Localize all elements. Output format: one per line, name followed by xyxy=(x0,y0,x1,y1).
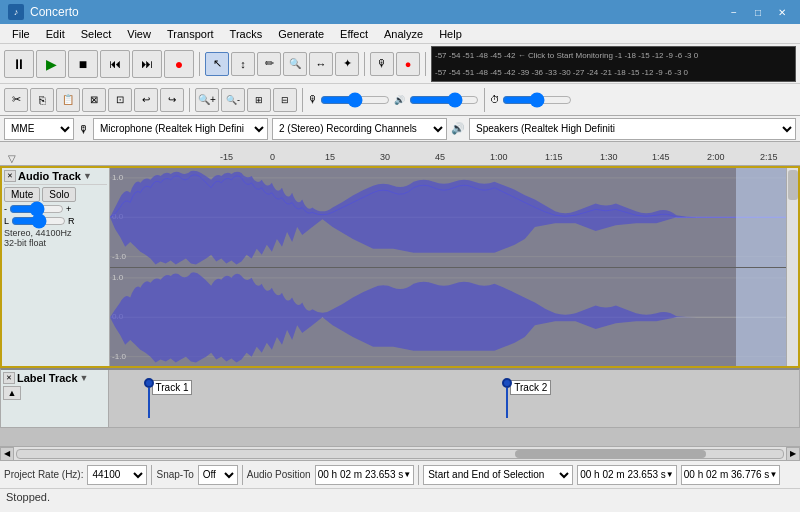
audio-pos-stepper[interactable]: ▼ xyxy=(403,470,411,479)
minimize-button[interactable]: − xyxy=(724,4,744,20)
ruler-mark-0: 0 xyxy=(270,152,275,162)
selection-start-field[interactable]: 00 h 02 m 23.653 s ▼ xyxy=(577,465,677,485)
cut-button[interactable]: ✂ xyxy=(4,88,28,112)
zoom-out-button[interactable]: 🔍- xyxy=(221,88,245,112)
toolbar-row2: ✂ ⎘ 📋 ⊠ ⊡ ↩ ↪ 🔍+ 🔍- ⊞ ⊟ 🎙 🔊 ⏱ xyxy=(0,84,800,116)
toolbar-sep4 xyxy=(189,88,190,112)
label-line-1 xyxy=(148,388,150,418)
solo-button[interactable]: Solo xyxy=(42,187,76,202)
channel-top: 1.0 0.0 -1.0 xyxy=(110,168,798,268)
menu-file[interactable]: File xyxy=(4,24,38,44)
audio-position-field[interactable]: 00 h 02 m 23.653 s ▼ xyxy=(315,465,415,485)
snap-to-select[interactable]: Off xyxy=(198,465,238,485)
sel-start-stepper[interactable]: ▼ xyxy=(666,470,674,479)
h-scroll-thumb[interactable] xyxy=(515,450,707,458)
zoom-tool-button[interactable]: 🔍 xyxy=(283,52,307,76)
menu-analyze[interactable]: Analyze xyxy=(376,24,431,44)
maximize-button[interactable]: □ xyxy=(748,4,768,20)
menu-generate[interactable]: Generate xyxy=(270,24,332,44)
audio-track-close[interactable]: ✕ xyxy=(4,170,16,182)
project-rate-label: Project Rate (Hz): xyxy=(4,469,83,480)
select-tool-button[interactable]: ↖ xyxy=(205,52,229,76)
ruler-mark-115: 1:15 xyxy=(545,152,563,162)
mute-button[interactable]: Mute xyxy=(4,187,40,202)
label-marker-1: Track 1 xyxy=(144,378,154,418)
paste-button[interactable]: 📋 xyxy=(56,88,80,112)
label-marker-2: Track 2 xyxy=(502,378,512,418)
selection-end-field[interactable]: 00 h 02 m 36.776 s ▼ xyxy=(681,465,781,485)
zoom-sel-button[interactable]: ⊞ xyxy=(247,88,271,112)
sel-end-stepper[interactable]: ▼ xyxy=(769,470,777,479)
menu-view[interactable]: View xyxy=(119,24,159,44)
svg-text:1.0: 1.0 xyxy=(112,272,124,281)
toolbar-sep6 xyxy=(484,88,485,112)
envelope-tool-button[interactable]: ↕ xyxy=(231,52,255,76)
ruler-mark-145: 1:45 xyxy=(652,152,670,162)
label-text-2[interactable]: Track 2 xyxy=(510,380,551,395)
vol-icon2: 🔊 xyxy=(394,95,405,105)
speed-slider[interactable] xyxy=(502,93,572,107)
multitool-button[interactable]: ✦ xyxy=(335,52,359,76)
audio-track-name: Audio Track xyxy=(18,170,81,182)
skip-end-button[interactable]: ⏭ xyxy=(132,50,162,78)
label-track-close[interactable]: ✕ xyxy=(3,372,15,384)
silence-button[interactable]: ⊡ xyxy=(108,88,132,112)
svg-text:1.0: 1.0 xyxy=(112,173,124,182)
speaker-select[interactable]: Speakers (Realtek High Definiti xyxy=(469,118,796,140)
ruler-mark-200: 2:00 xyxy=(707,152,725,162)
toolbar-sep5 xyxy=(302,88,303,112)
mic-button[interactable]: 🎙 xyxy=(370,52,394,76)
menu-tracks[interactable]: Tracks xyxy=(222,24,271,44)
label-text-1[interactable]: Track 1 xyxy=(152,380,193,395)
label-track-body: Track 1 Track 2 xyxy=(109,370,799,427)
audio-track-arrow: ▼ xyxy=(83,171,92,181)
close-button[interactable]: ✕ xyxy=(772,4,792,20)
vscroll-thumb[interactable] xyxy=(788,170,798,200)
timeline-arrow: ▽ xyxy=(8,153,16,164)
trim-button[interactable]: ⊠ xyxy=(82,88,106,112)
channels-select[interactable]: 2 (Stereo) Recording Channels xyxy=(272,118,447,140)
h-scroll-track[interactable] xyxy=(16,449,784,459)
audio-track-header: ✕ Audio Track ▼ Mute Solo - + L R xyxy=(2,168,110,366)
gain-minus: - xyxy=(4,204,7,214)
waveform-svg-top: 1.0 0.0 -1.0 xyxy=(110,168,798,267)
menu-effect[interactable]: Effect xyxy=(332,24,376,44)
microphone-select[interactable]: Microphone (Realtek High Defini xyxy=(93,118,268,140)
record-button[interactable]: ● xyxy=(164,50,194,78)
pan-slider[interactable] xyxy=(11,216,66,226)
h-scrollbar: ◀ ▶ xyxy=(0,446,800,460)
scroll-left-button[interactable]: ◀ xyxy=(0,447,14,461)
ruler-mark-neg15: -15 xyxy=(220,152,233,162)
project-rate-select[interactable]: 44100 xyxy=(87,465,147,485)
record2-button[interactable]: ● xyxy=(396,52,420,76)
svg-text:-1.0: -1.0 xyxy=(112,351,126,360)
app-icon: ♪ xyxy=(8,4,24,20)
output-volume-slider[interactable] xyxy=(409,93,479,107)
label-track-up-button[interactable]: ▲ xyxy=(3,386,21,400)
menu-transport[interactable]: Transport xyxy=(159,24,222,44)
menu-edit[interactable]: Edit xyxy=(38,24,73,44)
pan-left: L xyxy=(4,216,9,226)
menu-help[interactable]: Help xyxy=(431,24,470,44)
host-select[interactable]: MME xyxy=(4,118,74,140)
audio-position-label: Audio Position xyxy=(247,469,311,480)
window-controls: − □ ✕ xyxy=(724,4,792,20)
selection-mode-select[interactable]: Start and End of Selection xyxy=(423,465,573,485)
redo-button[interactable]: ↪ xyxy=(160,88,184,112)
timeline-ruler[interactable]: -15 0 15 30 45 1:00 1:15 1:30 1:45 2:00 … xyxy=(220,142,800,166)
undo-button[interactable]: ↩ xyxy=(134,88,158,112)
track-vscroll[interactable] xyxy=(786,168,798,366)
timeshift-tool-button[interactable]: ↔ xyxy=(309,52,333,76)
menu-select[interactable]: Select xyxy=(73,24,120,44)
draw-tool-button[interactable]: ✏ xyxy=(257,52,281,76)
stop-button[interactable]: ■ xyxy=(68,50,98,78)
scroll-right-button[interactable]: ▶ xyxy=(786,447,800,461)
zoom-in-button[interactable]: 🔍+ xyxy=(195,88,219,112)
pause-button[interactable]: ⏸ xyxy=(4,50,34,78)
status-bar: Stopped. xyxy=(0,489,800,505)
skip-start-button[interactable]: ⏮ xyxy=(100,50,130,78)
input-volume-slider[interactable] xyxy=(320,93,390,107)
zoom-fit-button[interactable]: ⊟ xyxy=(273,88,297,112)
play-button[interactable]: ▶ xyxy=(36,50,66,78)
copy-button[interactable]: ⎘ xyxy=(30,88,54,112)
